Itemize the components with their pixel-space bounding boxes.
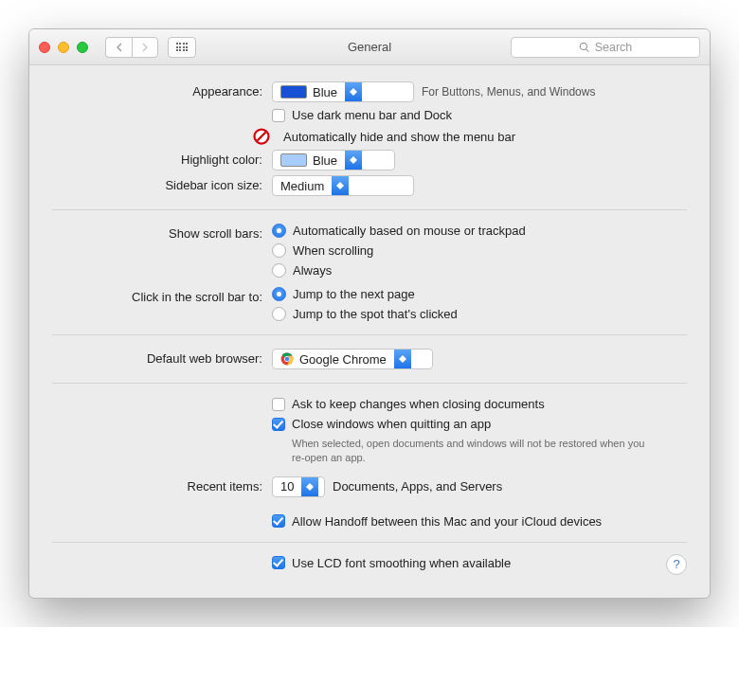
scrollbars-label: Show scroll bars: bbox=[52, 224, 272, 241]
separator bbox=[52, 542, 687, 543]
handoff-checkbox[interactable]: Allow Handoff between this Mac and your … bbox=[272, 514, 687, 529]
recent-items-popup[interactable]: 10 bbox=[272, 476, 325, 497]
radio-icon bbox=[272, 224, 286, 238]
blue-swatch-icon bbox=[280, 85, 307, 99]
browser-label: Default web browser: bbox=[52, 349, 272, 366]
recent-label: Recent items: bbox=[52, 476, 272, 494]
autohide-menu-checkbox[interactable]: Automatically hide and show the menu bar bbox=[272, 128, 687, 145]
titlebar: General Search bbox=[29, 29, 710, 65]
appearance-label: Appearance: bbox=[52, 81, 272, 99]
chevron-updown-icon bbox=[332, 176, 349, 195]
minimize-button[interactable] bbox=[58, 42, 69, 53]
sidebar-icon-popup[interactable]: Medium bbox=[272, 175, 414, 196]
chevron-right-icon bbox=[141, 43, 149, 52]
checkbox-icon bbox=[272, 109, 285, 122]
radio-icon bbox=[272, 307, 286, 321]
search-placeholder: Search bbox=[595, 41, 633, 54]
zoom-button[interactable] bbox=[77, 42, 88, 53]
scrollbars-always-radio[interactable]: Always bbox=[272, 263, 687, 278]
nav-buttons bbox=[105, 37, 158, 58]
checkbox-icon bbox=[272, 398, 285, 411]
chrome-icon bbox=[280, 352, 294, 366]
show-all-button[interactable] bbox=[168, 37, 196, 58]
browser-popup[interactable]: Google Chrome bbox=[272, 349, 433, 369]
chevron-updown-icon bbox=[345, 82, 362, 101]
dark-menu-checkbox[interactable]: Use dark menu bar and Dock bbox=[272, 108, 687, 122]
checkbox-icon bbox=[272, 556, 285, 569]
close-windows-checkbox[interactable]: Close windows when quitting an app bbox=[272, 417, 687, 431]
chevron-updown-icon bbox=[394, 350, 411, 368]
close-windows-help: When selected, open documents and window… bbox=[292, 437, 652, 465]
chevron-updown-icon bbox=[301, 477, 318, 496]
search-icon bbox=[579, 42, 590, 53]
appearance-hint: For Buttons, Menus, and Windows bbox=[422, 85, 595, 99]
checkbox-icon bbox=[272, 514, 285, 528]
content-pane: Appearance: Blue For Buttons, Menus, and… bbox=[29, 65, 710, 598]
separator bbox=[52, 383, 687, 384]
grid-icon bbox=[176, 43, 189, 51]
separator bbox=[52, 334, 687, 335]
forward-button[interactable] bbox=[132, 37, 158, 58]
ask-changes-checkbox[interactable]: Ask to keep changes when closing documen… bbox=[272, 397, 687, 411]
close-button[interactable] bbox=[39, 42, 50, 53]
search-field[interactable]: Search bbox=[511, 37, 700, 58]
back-button[interactable] bbox=[105, 37, 132, 58]
scrollbars-auto-radio[interactable]: Automatically based on mouse or trackpad bbox=[272, 224, 687, 238]
scrollbars-scroll-radio[interactable]: When scrolling bbox=[272, 243, 687, 258]
separator bbox=[52, 209, 687, 210]
radio-icon bbox=[272, 243, 286, 258]
highlight-popup[interactable]: Blue bbox=[272, 150, 395, 171]
radio-icon bbox=[272, 263, 286, 278]
highlight-swatch-icon bbox=[280, 153, 307, 167]
click-spot-radio[interactable]: Jump to the spot that's clicked bbox=[272, 307, 687, 321]
prefs-window: General Search Appearance: Blue For Butt… bbox=[28, 28, 711, 599]
checkbox-icon bbox=[272, 418, 285, 431]
sidebar-icon-label: Sidebar icon size: bbox=[52, 175, 272, 192]
click-scroll-label: Click in the scroll bar to: bbox=[52, 287, 272, 304]
question-icon: ? bbox=[673, 557, 679, 571]
traffic-lights bbox=[39, 42, 88, 53]
chevron-left-icon bbox=[116, 43, 123, 52]
highlight-label: Highlight color: bbox=[52, 150, 272, 167]
recent-hint: Documents, Apps, and Servers bbox=[333, 479, 502, 494]
radio-icon bbox=[272, 287, 286, 301]
lcd-smoothing-checkbox[interactable]: Use LCD font smoothing when available bbox=[272, 556, 687, 570]
prohibited-annotation-icon bbox=[253, 128, 270, 145]
appearance-popup[interactable]: Blue bbox=[272, 81, 414, 102]
help-button[interactable]: ? bbox=[666, 554, 687, 575]
svg-point-4 bbox=[285, 357, 289, 361]
click-next-radio[interactable]: Jump to the next page bbox=[272, 287, 687, 301]
chevron-updown-icon bbox=[345, 151, 362, 170]
